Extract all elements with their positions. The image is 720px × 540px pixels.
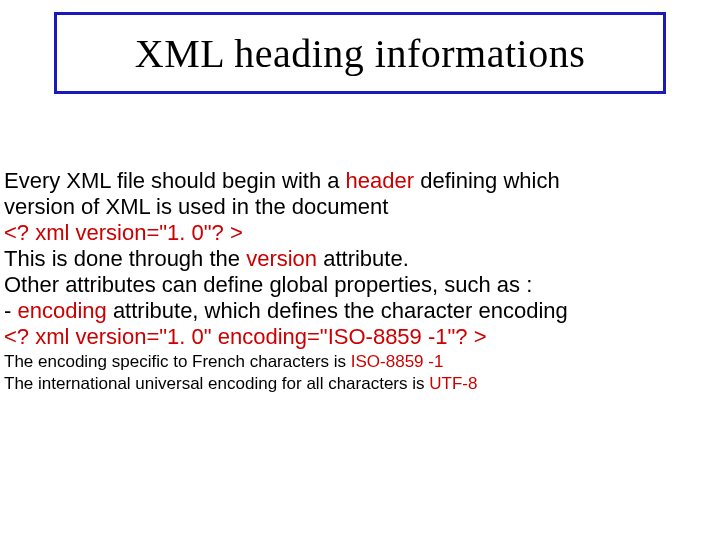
keyword-header: header xyxy=(346,168,415,193)
text: - xyxy=(4,298,17,323)
text: The international universal encoding for… xyxy=(4,374,429,393)
xml-declaration-basic: <? xml version="1. 0"? > xyxy=(4,220,243,245)
encoding-iso: ISO-8859 -1 xyxy=(351,352,444,371)
paragraph-line: version of XML is used in the document xyxy=(4,194,716,220)
paragraph-line: Other attributes can define global prope… xyxy=(4,272,716,298)
paragraph-line: This is done through the version attribu… xyxy=(4,246,716,272)
paragraph-line: - encoding attribute, which defines the … xyxy=(4,298,716,324)
title-box: XML heading informations xyxy=(54,12,666,94)
keyword-encoding: encoding xyxy=(17,298,106,323)
footnote-line: The encoding specific to French characte… xyxy=(4,352,716,373)
text: The encoding specific to French characte… xyxy=(4,352,351,371)
text: version of XML is used in the document xyxy=(4,194,388,219)
text: attribute. xyxy=(317,246,409,271)
text: defining which xyxy=(414,168,560,193)
body-text: Every XML file should begin with a heade… xyxy=(4,168,716,395)
xml-declaration-encoding: <? xml version="1. 0" encoding="ISO-8859… xyxy=(4,324,487,349)
text: Other attributes can define global prope… xyxy=(4,272,532,297)
encoding-utf8: UTF-8 xyxy=(429,374,477,393)
paragraph-line: Every XML file should begin with a heade… xyxy=(4,168,716,194)
text: attribute, which defines the character e… xyxy=(107,298,568,323)
keyword-version: version xyxy=(246,246,317,271)
text: Every XML file should begin with a xyxy=(4,168,346,193)
footnote-line: The international universal encoding for… xyxy=(4,374,716,395)
code-line: <? xml version="1. 0"? > xyxy=(4,220,716,246)
slide: XML heading informations Every XML file … xyxy=(0,0,720,540)
text: This is done through the xyxy=(4,246,246,271)
code-line: <? xml version="1. 0" encoding="ISO-8859… xyxy=(4,324,716,350)
slide-title: XML heading informations xyxy=(135,30,585,77)
